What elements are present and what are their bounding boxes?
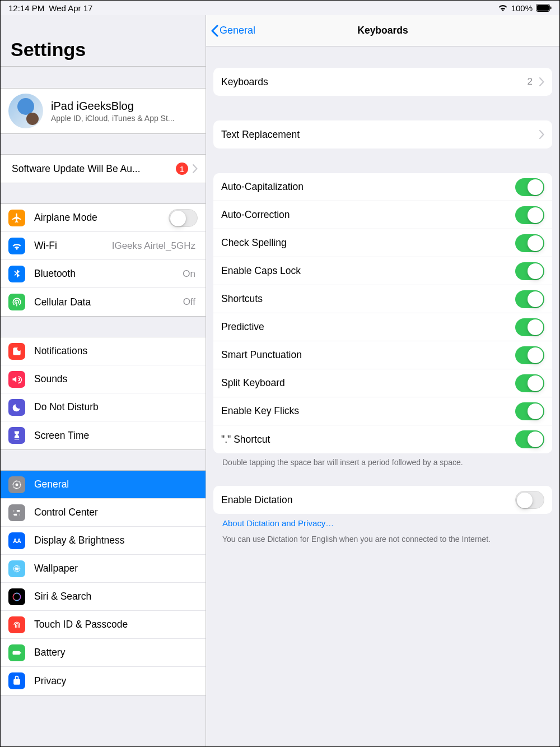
privacy-row[interactable]: Privacy: [1, 667, 206, 695]
sounds-label: Sounds: [34, 373, 198, 385]
toggle-switch[interactable]: [515, 178, 544, 196]
svg-point-4: [17, 347, 21, 351]
dnd-icon: [8, 399, 25, 416]
airplane-toggle[interactable]: [169, 209, 198, 227]
bluetooth-value: On: [183, 268, 195, 280]
status-bar: 12:14 PM Wed Apr 17 100%: [1, 1, 559, 15]
software-update-badge: 1: [176, 163, 188, 175]
toggle-label: Shortcuts: [221, 293, 515, 305]
control-center-row[interactable]: Control Center: [1, 499, 206, 527]
siri-label: Siri & Search: [34, 591, 198, 602]
account-row[interactable]: iPad iGeeksBlog Apple ID, iCloud, iTunes…: [1, 89, 206, 133]
toggle-row-8[interactable]: Enable Key Flicks: [213, 397, 552, 425]
back-button[interactable]: General: [211, 25, 255, 37]
bluetooth-icon: [8, 266, 25, 282]
toggle-switch[interactable]: [515, 290, 544, 308]
battery-row[interactable]: Battery: [1, 639, 206, 667]
bluetooth-row[interactable]: Bluetooth On: [1, 260, 206, 288]
toggle-switch[interactable]: [515, 402, 544, 420]
status-time: 12:14 PM: [8, 3, 44, 13]
notifications-icon: [8, 343, 25, 360]
battery-label: Battery: [34, 647, 198, 658]
toggle-label: Enable Key Flicks: [221, 405, 515, 417]
toggle-row-2[interactable]: Check Spelling: [213, 229, 552, 257]
bluetooth-label: Bluetooth: [34, 268, 183, 280]
back-label: General: [220, 25, 255, 36]
svg-rect-1: [537, 5, 549, 11]
chevron-right-icon: [193, 164, 198, 173]
toggle-label: Auto-Capitalization: [221, 181, 515, 193]
wallpaper-row[interactable]: Wallpaper: [1, 555, 206, 583]
touchid-row[interactable]: Touch ID & Passcode: [1, 611, 206, 639]
toggle-row-0[interactable]: Auto-Capitalization: [213, 173, 552, 201]
display-icon: AA: [8, 532, 25, 549]
privacy-icon: [8, 672, 25, 689]
text-replacement-row[interactable]: Text Replacement: [213, 120, 552, 149]
toggle-row-1[interactable]: Auto-Correction: [213, 201, 552, 229]
cellular-row[interactable]: Cellular Data Off: [1, 288, 206, 316]
svg-rect-15: [13, 651, 20, 655]
toggle-switch[interactable]: [515, 234, 544, 252]
enable-dictation-row[interactable]: Enable Dictation: [213, 486, 552, 514]
software-update-label: Software Update Will Be Au...: [12, 163, 176, 175]
svg-rect-16: [20, 652, 21, 653]
toggle-label: Enable Caps Lock: [221, 265, 515, 277]
detail-header: General Keyboards: [206, 15, 559, 47]
dnd-label: Do Not Disturb: [34, 401, 198, 413]
toggle-switch[interactable]: [515, 318, 544, 336]
toggle-switch[interactable]: [515, 206, 544, 224]
cellular-label: Cellular Data: [34, 296, 183, 308]
sounds-row[interactable]: Sounds: [1, 365, 206, 393]
control-center-icon: [8, 504, 25, 521]
toggle-switch[interactable]: [515, 374, 544, 392]
wifi-icon: [498, 4, 508, 12]
display-row[interactable]: AA Display & Brightness: [1, 527, 206, 555]
wallpaper-label: Wallpaper: [34, 563, 198, 574]
software-update-row[interactable]: Software Update Will Be Au... 1: [1, 155, 206, 183]
dnd-row[interactable]: Do Not Disturb: [1, 393, 206, 421]
battery-settings-icon: [8, 644, 25, 661]
toggle-row-3[interactable]: Enable Caps Lock: [213, 257, 552, 285]
airplane-mode-row[interactable]: Airplane Mode: [1, 204, 206, 232]
toggle-row-5[interactable]: Predictive: [213, 313, 552, 341]
chevron-right-icon: [539, 77, 544, 86]
toggle-row-6[interactable]: Smart Punctuation: [213, 341, 552, 369]
general-label: General: [34, 479, 198, 490]
wifi-row[interactable]: Wi-Fi IGeeks Airtel_5GHz: [1, 232, 206, 260]
enable-dictation-toggle[interactable]: [515, 491, 544, 509]
avatar: [8, 94, 43, 128]
svg-point-14: [13, 593, 20, 600]
svg-rect-2: [550, 7, 552, 10]
toggle-switch[interactable]: [515, 430, 544, 448]
keyboards-value: 2: [528, 76, 533, 87]
status-date: Wed Apr 17: [49, 3, 92, 13]
dictation-privacy-link[interactable]: About Dictation and Privacy…: [213, 514, 552, 531]
toggle-row-9[interactable]: "." Shortcut: [213, 425, 552, 453]
toggle-label: Predictive: [221, 321, 515, 333]
detail-title: Keyboards: [357, 25, 408, 36]
siri-icon: [8, 588, 25, 605]
toggle-switch[interactable]: [515, 346, 544, 364]
general-row[interactable]: General: [1, 471, 206, 499]
toggle-row-7[interactable]: Split Keyboard: [213, 369, 552, 397]
screentime-label: Screen Time: [34, 430, 198, 442]
sounds-icon: [8, 371, 25, 388]
airplane-icon: [8, 210, 25, 226]
enable-dictation-label: Enable Dictation: [221, 494, 515, 506]
keyboards-label: Keyboards: [221, 76, 528, 88]
svg-point-10: [17, 513, 20, 516]
keyboards-row[interactable]: Keyboards 2: [213, 68, 552, 96]
cellular-value: Off: [183, 296, 195, 308]
wallpaper-icon: [8, 560, 25, 577]
svg-text:AA: AA: [13, 538, 21, 544]
siri-row[interactable]: Siri & Search: [1, 583, 206, 611]
toggle-label: Smart Punctuation: [221, 349, 515, 361]
toggles-footer: Double tapping the space bar will insert…: [213, 453, 552, 469]
screentime-row[interactable]: Screen Time: [1, 421, 206, 449]
notifications-row[interactable]: Notifications: [1, 337, 206, 365]
toggle-switch[interactable]: [515, 262, 544, 280]
toggle-row-4[interactable]: Shortcuts: [213, 285, 552, 313]
battery-icon: [536, 4, 552, 12]
display-label: Display & Brightness: [34, 535, 198, 546]
toggle-label: Check Spelling: [221, 237, 515, 249]
